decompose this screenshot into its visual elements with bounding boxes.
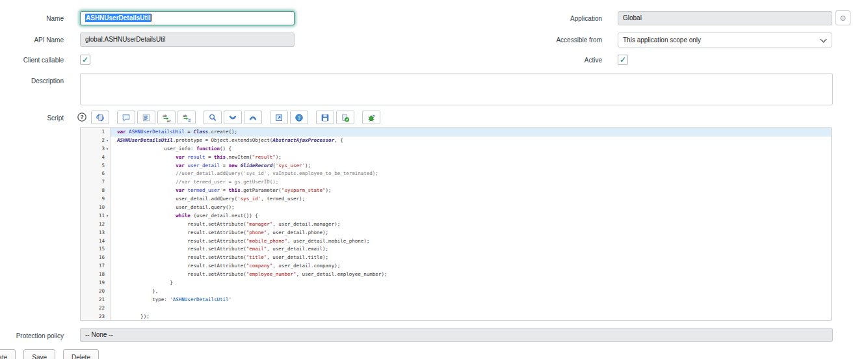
save-button[interactable] xyxy=(316,111,334,124)
code-line[interactable]: 2▾ASHNUserDetailsUtil.prototype = Object… xyxy=(81,137,831,145)
accessible-from-select[interactable]: This application scope only xyxy=(618,33,832,47)
line-number: 18 xyxy=(81,271,111,279)
open-new-window-icon xyxy=(274,113,283,122)
help-icon: ? xyxy=(295,113,304,122)
client-callable-checkbox[interactable]: ✓ xyxy=(80,55,90,65)
replace-all-icon: ab xyxy=(182,113,191,122)
help-button[interactable]: ? xyxy=(290,111,308,124)
name-input[interactable]: ASHNUserDetailsUtil xyxy=(80,11,295,25)
code-line[interactable]: 16 result.setAttribute("title", user_det… xyxy=(81,254,831,262)
code-text: var termed_user = this.getParameter("sys… xyxy=(111,187,831,195)
code-text: result.setAttribute("company", user_deta… xyxy=(111,262,831,271)
code-line[interactable]: 23 }); xyxy=(81,313,831,321)
fold-arrow-icon[interactable]: ▾ xyxy=(105,145,110,153)
code-line[interactable]: 6 //user_detail.addQuery('sys_id', vaInp… xyxy=(81,170,831,178)
replace-button[interactable]: abac xyxy=(157,111,176,124)
fold-spacer xyxy=(105,128,110,137)
code-line[interactable]: 18 result.setAttribute("employee_number"… xyxy=(81,271,831,279)
code-line[interactable]: 1var ASHNUserDetailsUtil = Class.create(… xyxy=(81,128,831,137)
delete-button[interactable]: Delete xyxy=(63,349,99,359)
code-text: var result = this.newItem("result"); xyxy=(111,153,831,162)
fold-spacer xyxy=(105,229,110,237)
fold-spacer xyxy=(105,162,110,170)
line-number: 13 xyxy=(81,229,111,237)
line-number: 5 xyxy=(81,162,111,170)
api-name-input[interactable]: global.ASHNUserDetailsUtil xyxy=(80,33,295,47)
toolbar-group xyxy=(91,111,109,124)
script-editor-toolbar: abacab? xyxy=(91,111,380,124)
save-button[interactable]: Save xyxy=(23,349,55,359)
fold-spacer xyxy=(105,220,110,229)
code-line[interactable]: 9 user_detail.addQuery('sys_id', termed_… xyxy=(81,195,831,204)
format-code-button[interactable] xyxy=(91,111,109,124)
active-label: Active xyxy=(514,57,602,64)
code-line[interactable]: 7 //var termed_user = gs.getUserID(); xyxy=(81,178,831,187)
syntax-check-button[interactable] xyxy=(336,111,354,124)
fold-arrow-icon[interactable]: ▾ xyxy=(105,137,110,145)
fold-spacer xyxy=(105,178,110,187)
fold-spacer xyxy=(105,254,110,262)
line-number: 11▾ xyxy=(81,212,111,220)
application-label: Application xyxy=(514,15,602,23)
description-textarea[interactable] xyxy=(80,73,833,105)
code-line[interactable]: 14 result.setAttribute("mobile_phone", u… xyxy=(81,237,831,246)
application-info-button[interactable] xyxy=(835,10,850,25)
debug-button[interactable] xyxy=(362,111,380,124)
update-button[interactable]: Update xyxy=(0,349,16,359)
replace-all-button[interactable]: ab xyxy=(178,111,196,124)
code-text: type: 'ASHNUserDetailsUtil' xyxy=(111,296,831,304)
toolbar-group: ? xyxy=(270,111,308,124)
code-text: //user_detail.addQuery('sys_id', vaInput… xyxy=(111,170,831,178)
active-checkbox[interactable]: ✓ xyxy=(618,55,628,65)
chevron-down-icon xyxy=(821,36,827,42)
code-line[interactable]: 5 var user_detail = new GlideRecord('sys… xyxy=(81,162,831,170)
toolbar-group xyxy=(204,111,262,124)
code-line[interactable]: 4 var result = this.newItem("result"); xyxy=(81,153,831,162)
fold-spacer xyxy=(105,287,110,296)
line-number: 7 xyxy=(81,178,111,187)
find-previous-button[interactable] xyxy=(244,111,262,124)
fold-spacer xyxy=(105,296,110,304)
code-line[interactable]: 19 } xyxy=(81,279,831,287)
code-text: ASHNUserDetailsUtil.prototype = Object.e… xyxy=(111,137,831,145)
fold-spacer xyxy=(105,245,110,254)
code-line[interactable]: 10 user_detail.query(); xyxy=(81,204,831,212)
toolbar-group xyxy=(316,111,354,124)
fold-spacer xyxy=(105,153,110,162)
script-help-icon[interactable]: ? xyxy=(77,112,87,122)
code-line[interactable]: 22 xyxy=(81,304,831,313)
fold-spacer xyxy=(105,204,110,212)
code-line[interactable]: 21 type: 'ASHNUserDetailsUtil' xyxy=(81,296,831,304)
toolbar-group: abacab xyxy=(117,111,196,124)
script-code-editor[interactable]: 1var ASHNUserDetailsUtil = Class.create(… xyxy=(80,127,832,321)
code-line[interactable]: 11▾ while (user_detail.next()) { xyxy=(81,212,831,220)
client-callable-label: Client callable xyxy=(0,57,64,64)
protection-policy-input[interactable]: -- None -- xyxy=(80,328,833,342)
format-lines-button[interactable] xyxy=(137,111,155,124)
code-line[interactable]: 8 var termed_user = this.getParameter("s… xyxy=(81,187,831,195)
description-label: Description xyxy=(0,77,64,85)
code-text: user_detail.query(); xyxy=(111,204,831,212)
svg-text:ab: ab xyxy=(163,113,167,117)
code-line[interactable]: 3▾ user_info: function() { xyxy=(81,145,831,153)
fold-arrow-icon[interactable]: ▾ xyxy=(105,212,110,220)
line-number: 4 xyxy=(81,153,111,162)
application-input[interactable]: Global xyxy=(618,11,832,25)
find-next-button[interactable] xyxy=(224,111,242,124)
code-text: }, xyxy=(111,287,831,296)
code-text: var ASHNUserDetailsUtil = Class.create()… xyxy=(111,128,831,137)
text-caret xyxy=(151,14,151,21)
comment-button[interactable] xyxy=(117,111,135,124)
search-button[interactable] xyxy=(204,111,222,124)
open-new-window-button[interactable] xyxy=(270,111,288,124)
code-line[interactable]: 13 result.setAttribute("phone", user_det… xyxy=(81,229,831,237)
find-previous-icon xyxy=(248,113,257,122)
code-text: var user_detail = new GlideRecord('sys_u… xyxy=(111,162,831,170)
code-line[interactable]: 12 result.setAttribute("manager", user_d… xyxy=(81,220,831,229)
name-label: Name xyxy=(0,15,64,23)
debug-icon xyxy=(367,113,376,122)
fold-spacer xyxy=(105,262,110,271)
code-line[interactable]: 20 }, xyxy=(81,287,831,296)
code-line[interactable]: 17 result.setAttribute("company", user_d… xyxy=(81,262,831,271)
code-line[interactable]: 15 result.setAttribute("email", user_det… xyxy=(81,245,831,254)
